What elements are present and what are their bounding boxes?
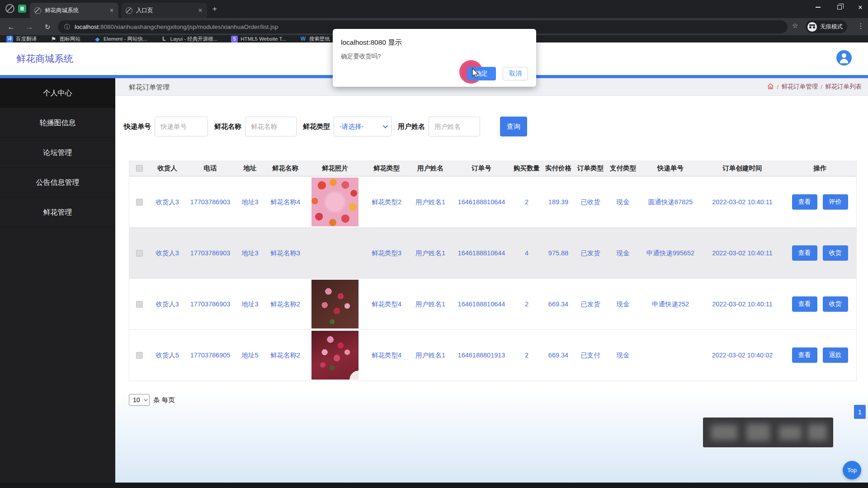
cell-order-type: 已收货 — [575, 198, 606, 206]
new-tab-button[interactable]: + — [212, 5, 217, 14]
baidu-translate-icon: 译 — [6, 36, 13, 42]
cell-flower-name: 鲜花名称3 — [264, 249, 306, 258]
main-content: 鲜花订单管理 / 鲜花订单管理 / 鲜花订单列表 快递单号 鲜花名称 鲜花类型 … — [115, 78, 868, 488]
orders-table: 收货人 电话 地址 鲜花名称 鲜花照片 鲜花类型 用户姓名 订单号 购买数量 实… — [129, 160, 857, 381]
home-icon[interactable] — [767, 83, 774, 91]
cell-user: 用户姓名1 — [409, 198, 452, 206]
user-name-input[interactable] — [429, 117, 480, 136]
flower-name-input[interactable] — [245, 117, 297, 136]
courier-input[interactable] — [155, 117, 208, 136]
table-row: 收货人3 17703786903 地址3 鲜花名称2 鲜花类型4 用户姓名1 1… — [129, 278, 856, 329]
cell-order-no: 1646188810644 — [452, 249, 511, 257]
cell-pay-type: 现金 — [606, 300, 640, 309]
incognito-icon — [807, 22, 817, 32]
table-row: 收货人3 17703786903 地址3 鲜花名称4 鲜花类型2 用户姓名1 1… — [129, 176, 856, 227]
table-row: 收货人3 17703786903 地址3 鲜花名称3 鲜花类型3 用户姓名1 1… — [129, 227, 856, 278]
tab-entry-page[interactable]: 入口页 ✕ — [121, 3, 207, 18]
forward-icon[interactable]: → — [24, 21, 35, 33]
search-button[interactable]: 查询 — [500, 117, 527, 136]
cell-created: 2022-03-02 10:40:11 — [701, 198, 783, 206]
scroll-to-top-button[interactable]: Top — [843, 461, 861, 479]
url-host: localhost — [75, 23, 99, 30]
flower-photo — [311, 280, 359, 328]
page-title: 鲜花订单管理 — [129, 83, 170, 92]
restore-icon — [837, 5, 842, 9]
row-checkbox[interactable] — [136, 250, 143, 257]
globe-icon — [34, 7, 41, 14]
cell-created: 2022-03-02 10:40:11 — [701, 300, 783, 308]
app-title: 鲜花商城系统 — [16, 52, 73, 65]
cell-flower-name: 鲜花名称2 — [264, 351, 306, 360]
row-checkbox[interactable] — [136, 301, 143, 308]
bookmark-wallpaper[interactable]: W 搜索壁纸 — [300, 36, 330, 42]
per-page-select[interactable]: 10 — [129, 394, 150, 406]
tab-title: 入口页 — [136, 7, 194, 14]
site-info-icon[interactable]: ⓘ — [64, 23, 70, 31]
select-all-checkbox[interactable] — [136, 165, 143, 172]
cell-flower-type: 鲜花类型4 — [364, 351, 409, 360]
breadcrumb-order-management[interactable]: 鲜花订单管理 — [781, 83, 818, 91]
sidebar-item-personal-center[interactable]: 个人中心 — [0, 78, 115, 108]
cell-courier: 圆通快递87825 — [640, 198, 701, 206]
bookmark-baidu-translate[interactable]: 译 百度翻译 — [6, 36, 37, 42]
cancel-button[interactable]: 取消 — [503, 67, 528, 80]
tab-flower-shop[interactable]: 鲜花商城系统 ✕ — [30, 3, 118, 18]
receive-button[interactable]: 收货 — [823, 245, 848, 261]
sidebar-item-forum[interactable]: 论坛管理 — [0, 138, 115, 168]
view-button[interactable]: 查看 — [792, 245, 817, 261]
bookmark-star-icon[interactable]: ☆ — [792, 22, 798, 30]
cell-pay-type: 现金 — [606, 351, 640, 360]
cell-price: 669.34 — [542, 352, 575, 359]
table-header-row: 收货人 电话 地址 鲜花名称 鲜花照片 鲜花类型 用户姓名 订单号 购买数量 实… — [129, 160, 856, 176]
view-button[interactable]: 查看 — [792, 296, 817, 312]
sidebar-item-announcement[interactable]: 公告信息管理 — [0, 168, 115, 197]
cell-address: 地址3 — [236, 300, 264, 309]
row-checkbox[interactable] — [136, 199, 143, 206]
incognito-label: 无痕模式 — [820, 23, 843, 31]
refund-button[interactable]: 退款 — [823, 347, 848, 363]
globe-icon — [126, 7, 132, 14]
restore-button[interactable] — [829, 0, 850, 14]
sidebar-item-carousel[interactable]: 轮播图信息 — [0, 108, 115, 138]
bottom-edge — [0, 483, 868, 488]
view-button[interactable]: 查看 — [792, 347, 817, 363]
flower-type-select[interactable]: -请选择- — [334, 117, 392, 136]
bookmark-layui[interactable]: L Layui - 经典开源模... — [161, 36, 218, 42]
mouse-cursor — [471, 68, 480, 79]
cell-flower-name: 鲜花名称2 — [264, 300, 306, 309]
breadcrumb-order-list[interactable]: 鲜花订单列表 — [825, 83, 862, 91]
flower-name-label: 鲜花名称 — [214, 122, 241, 131]
cell-phone: 17703786903 — [185, 198, 236, 206]
close-icon[interactable]: ✕ — [109, 7, 114, 14]
minimize-button[interactable] — [807, 0, 828, 14]
close-window-button[interactable]: ✕ — [850, 0, 868, 14]
bookmark-element[interactable]: ◆ Element - 网站快... — [94, 36, 147, 42]
reload-icon[interactable]: ↻ — [42, 21, 53, 33]
page-number-button[interactable]: 1 — [854, 405, 866, 419]
filter-bar: 快递单号 鲜花名称 鲜花类型 -请选择- 用户姓名 查询 — [124, 114, 527, 139]
cell-address: 地址3 — [236, 249, 264, 258]
html5-icon: 5 — [231, 36, 238, 42]
sidebar-item-flower-management[interactable]: 鲜花管理 — [0, 197, 115, 227]
cell-flower-name: 鲜花名称4 — [264, 198, 306, 206]
cell-address: 地址5 — [236, 351, 264, 360]
cell-price: 669.34 — [542, 300, 575, 308]
row-checkbox[interactable] — [136, 352, 143, 359]
bookmark-icon-site[interactable]: ⚑ 图标网站 — [50, 36, 80, 42]
cell-qty: 2 — [511, 198, 542, 206]
bookmark-html5-template[interactable]: 5 HTML5 Website T... — [231, 36, 286, 42]
view-button[interactable]: 查看 — [792, 194, 817, 210]
green-docs-icon[interactable] — [18, 5, 26, 13]
review-button[interactable]: 评价 — [823, 194, 848, 210]
user-avatar[interactable] — [836, 50, 852, 66]
back-icon[interactable]: ← — [5, 21, 17, 33]
cell-qty: 2 — [511, 352, 542, 359]
cell-created: 2022-03-02 10:40:11 — [701, 249, 783, 257]
close-icon[interactable]: ✕ — [198, 7, 203, 14]
cell-courier: 申通快递995652 — [640, 249, 701, 258]
flower-type-label: 鲜花类型 — [303, 122, 330, 131]
blurred-watermark — [703, 418, 833, 447]
receive-button[interactable]: 收货 — [823, 296, 848, 312]
cell-price: 975.88 — [542, 249, 575, 257]
menu-dots-icon[interactable]: ⋮ — [857, 22, 864, 30]
